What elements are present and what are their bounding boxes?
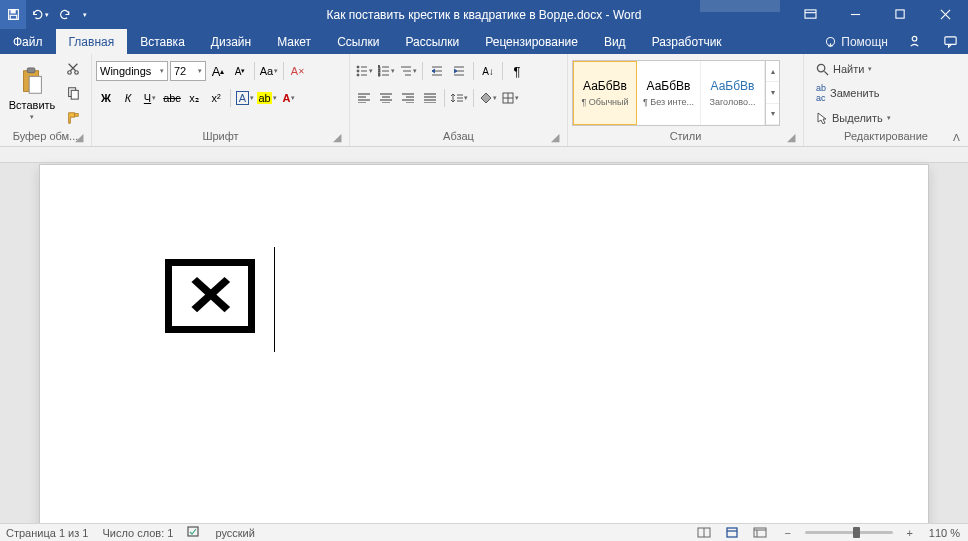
tab-developer[interactable]: Разработчик (639, 29, 735, 54)
tab-insert[interactable]: Вставка (127, 29, 198, 54)
page[interactable]: ✕ (40, 165, 928, 523)
subscript-icon[interactable]: x₂ (184, 88, 204, 108)
italic-button[interactable]: К (118, 88, 138, 108)
share-icon[interactable] (896, 29, 932, 54)
text-effects-icon[interactable]: A (235, 88, 255, 108)
tell-me-input[interactable]: Помощн (816, 35, 896, 49)
editing-group-label: Редактирование (808, 130, 964, 146)
style-normal[interactable]: АаБбВв ¶ Обычный (573, 61, 637, 125)
justify-icon[interactable] (420, 88, 440, 108)
svg-rect-3 (805, 10, 816, 18)
document-area[interactable]: ✕ (0, 147, 968, 523)
tab-design[interactable]: Дизайн (198, 29, 264, 54)
multilevel-icon[interactable] (398, 61, 418, 81)
tab-view[interactable]: Вид (591, 29, 639, 54)
style-heading1[interactable]: АаБбВв Заголово... (701, 61, 765, 125)
svg-rect-14 (29, 76, 41, 93)
svg-point-22 (357, 66, 359, 68)
svg-rect-21 (75, 113, 79, 116)
gallery-more-icon[interactable]: ▾ (766, 104, 779, 125)
sort-icon[interactable]: A↓ (478, 61, 498, 81)
gallery-down-icon[interactable]: ▾ (766, 82, 779, 103)
paste-label: Вставить (9, 99, 56, 111)
svg-point-26 (357, 74, 359, 76)
cut-icon[interactable] (62, 58, 84, 80)
tab-file[interactable]: Файл (0, 29, 56, 54)
svg-rect-70 (727, 528, 737, 537)
styles-gallery[interactable]: АаБбВв ¶ Обычный АаБбВв ¶ Без инте... Аа… (572, 60, 780, 126)
zoom-slider[interactable] (805, 531, 893, 534)
ribbon-display-icon[interactable] (788, 0, 833, 29)
status-page[interactable]: Страница 1 из 1 (6, 527, 88, 539)
zoom-in-icon[interactable]: + (899, 525, 921, 541)
svg-rect-6 (896, 10, 904, 18)
status-words[interactable]: Число слов: 1 (102, 527, 173, 539)
grow-font-icon[interactable]: A▴ (208, 61, 228, 81)
select-button[interactable]: Выделить▾ (812, 107, 895, 129)
bullets-icon[interactable] (354, 61, 374, 81)
collapse-ribbon-icon[interactable]: ᐱ (948, 130, 964, 144)
clear-format-icon[interactable]: A✕ (288, 61, 308, 81)
status-proofing-icon[interactable] (187, 526, 201, 540)
web-layout-icon[interactable] (749, 525, 771, 541)
borders-icon[interactable] (500, 88, 520, 108)
tab-home[interactable]: Главная (56, 29, 128, 54)
svg-point-15 (68, 71, 72, 75)
close-icon[interactable] (923, 0, 968, 29)
shrink-font-icon[interactable]: A▾ (230, 61, 250, 81)
numbering-icon[interactable]: 123 (376, 61, 396, 81)
find-button[interactable]: Найти▾ (812, 58, 895, 80)
paragraph-dialog-icon[interactable]: ◢ (549, 131, 561, 143)
clipboard-dialog-icon[interactable]: ◢ (73, 131, 85, 143)
shading-icon[interactable] (478, 88, 498, 108)
redo-icon[interactable] (52, 0, 78, 29)
superscript-icon[interactable]: x² (206, 88, 226, 108)
svg-point-65 (817, 64, 824, 71)
font-name-input[interactable]: Wingdings▾ (96, 61, 168, 81)
tab-references[interactable]: Ссылки (324, 29, 392, 54)
change-case-icon[interactable]: Aa (259, 61, 279, 81)
save-icon[interactable] (0, 0, 26, 29)
comments-icon[interactable] (932, 29, 968, 54)
paste-button[interactable]: Вставить ▾ (4, 57, 60, 130)
font-size-input[interactable]: 72▾ (170, 61, 206, 81)
tab-layout[interactable]: Макет (264, 29, 324, 54)
increase-indent-icon[interactable] (449, 61, 469, 81)
tab-review[interactable]: Рецензирование (472, 29, 591, 54)
read-mode-icon[interactable] (693, 525, 715, 541)
bold-button[interactable]: Ж (96, 88, 116, 108)
align-center-icon[interactable] (376, 88, 396, 108)
font-group-label: Шрифт◢ (96, 130, 345, 146)
maximize-icon[interactable] (878, 0, 923, 29)
strike-button[interactable]: abc (162, 88, 182, 108)
format-painter-icon[interactable] (62, 107, 84, 129)
align-right-icon[interactable] (398, 88, 418, 108)
checkbox-glyph: ✕ (165, 259, 255, 333)
svg-rect-20 (71, 91, 78, 100)
clipboard-group-label: Буфер обм...◢ (4, 130, 87, 146)
ruler[interactable] (0, 147, 968, 163)
print-layout-icon[interactable] (721, 525, 743, 541)
account-area (700, 0, 780, 12)
zoom-level[interactable]: 110 % (929, 527, 960, 539)
font-color-icon[interactable]: A (279, 88, 299, 108)
styles-dialog-icon[interactable]: ◢ (785, 131, 797, 143)
zoom-out-icon[interactable]: − (777, 525, 799, 541)
gallery-up-icon[interactable]: ▴ (766, 61, 779, 82)
align-left-icon[interactable] (354, 88, 374, 108)
status-language[interactable]: русский (215, 527, 254, 539)
replace-button[interactable]: abacЗаменить (812, 82, 895, 104)
qat-customize-icon[interactable]: ▾ (78, 0, 92, 29)
decrease-indent-icon[interactable] (427, 61, 447, 81)
highlight-icon[interactable]: ab (257, 88, 277, 108)
style-nospacing[interactable]: АаБбВв ¶ Без инте... (637, 61, 701, 125)
svg-line-66 (824, 71, 828, 75)
paragraph-marks-icon[interactable]: ¶ (507, 61, 527, 81)
tab-mailings[interactable]: Рассылки (392, 29, 472, 54)
underline-button[interactable]: Ч (140, 88, 160, 108)
minimize-icon[interactable] (833, 0, 878, 29)
undo-icon[interactable]: ▾ (26, 0, 52, 29)
copy-icon[interactable] (62, 82, 84, 104)
line-spacing-icon[interactable] (449, 88, 469, 108)
font-dialog-icon[interactable]: ◢ (331, 131, 343, 143)
